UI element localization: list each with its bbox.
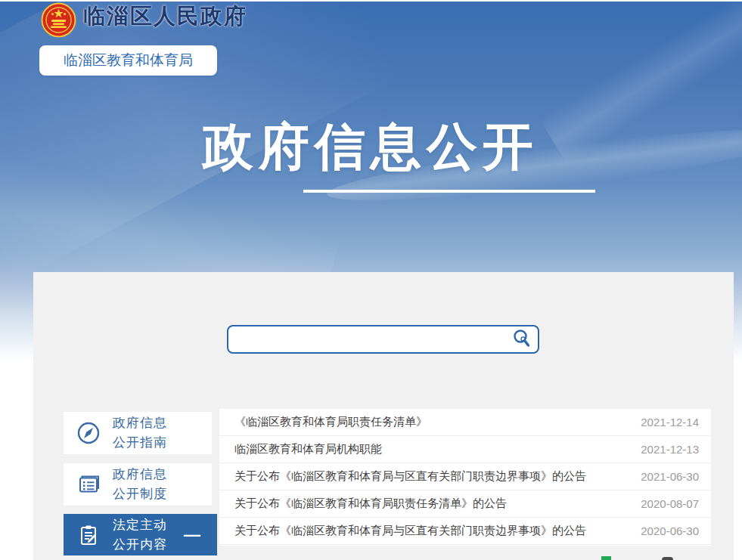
article-title[interactable]: 关于公布《临淄区教育和体育局与区直有关部门职责边界事项》的公告 <box>234 469 632 484</box>
article-date: 2021-06-30 <box>641 470 699 483</box>
cutoff-widget-icon <box>601 556 611 560</box>
article-date: 2020-06-30 <box>641 524 699 537</box>
sidebar-item-mandatory-disclosure[interactable]: 法定主动 公开内容 — <box>64 514 217 555</box>
department-tab-label: 临淄区教育和体育局 <box>64 51 193 70</box>
collapse-minus-icon[interactable]: — <box>184 528 200 543</box>
article-title[interactable]: 临淄区教育和体育局机构职能 <box>234 442 632 456</box>
sidebar-item-rules[interactable]: 政府信息 公开制度 <box>64 463 212 506</box>
sidebar-item-label: 政府信息 公开制度 <box>113 465 167 504</box>
article-title[interactable]: 《临淄区教育和体育局职责任务清单》 <box>234 415 632 429</box>
list-item[interactable]: 关于公布《临淄区教育和体育局与区直有关部门职责边界事项》的公告 2020-06-… <box>219 518 711 545</box>
article-list: 《临淄区教育和体育局职责任务清单》 2021-12-14 临淄区教育和体育局机构… <box>219 409 711 546</box>
page: 临淄区人民政府 临淄区教育和体育局 政府信息公开 <box>0 0 742 560</box>
article-title[interactable]: 关于公布《临淄区教育和体育局与区直有关部门职责边界事项》的公告 <box>234 524 632 538</box>
list-item[interactable]: 临淄区教育和体育局机构职能 2021-12-13 <box>219 436 711 463</box>
department-tab[interactable]: 临淄区教育和体育局 <box>39 45 217 76</box>
page-title: 政府信息公开 <box>129 112 613 181</box>
list-item[interactable]: 关于公布《临淄区教育和体育局与区直有关部门职责边界事项》的公告 2021-06-… <box>219 463 711 490</box>
article-date: 2021-12-13 <box>641 443 699 456</box>
list-item[interactable]: 《临淄区教育和体育局职责任务清单》 2021-12-14 <box>219 409 711 436</box>
clipboard-pen-icon <box>76 522 101 548</box>
cutoff-widget-icon <box>662 557 673 560</box>
sidebar-item-guide[interactable]: 政府信息 公开指南 <box>64 412 212 454</box>
search-input[interactable] <box>228 326 506 352</box>
rulebook-icon <box>76 472 101 497</box>
article-title[interactable]: 关于公布《临淄区教育和体育局职责任务清单》的公告 <box>234 497 632 511</box>
article-date: 2021-12-14 <box>641 416 699 429</box>
national-emblem-icon[interactable] <box>41 2 76 38</box>
article-date: 2020-08-07 <box>641 497 699 510</box>
list-item[interactable]: 关于公布《临淄区教育和体育局职责任务清单》的公告 2020-08-07 <box>219 490 711 518</box>
sidebar-item-label: 法定主动 公开内容 <box>113 515 167 555</box>
search-icon <box>511 328 532 351</box>
search-bar <box>227 325 539 354</box>
compass-icon <box>76 420 101 446</box>
title-underline <box>303 190 595 193</box>
sidebar-item-label: 政府信息 公开指南 <box>113 413 167 453</box>
site-title[interactable]: 临淄区人民政府 <box>83 2 247 32</box>
search-button[interactable] <box>506 326 538 352</box>
